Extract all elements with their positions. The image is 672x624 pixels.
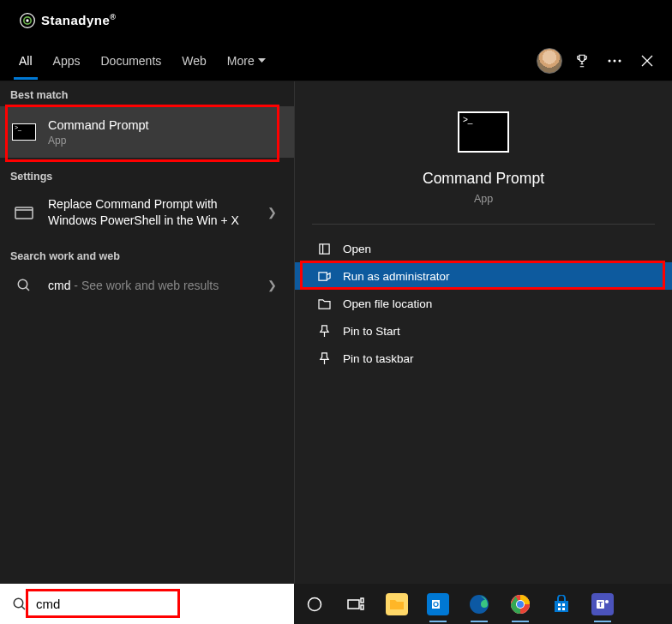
detail-header: Command Prompt App xyxy=(312,81,655,225)
tab-more[interactable]: More xyxy=(217,43,276,79)
tab-web[interactable]: Web xyxy=(171,43,217,79)
settings-label: Settings xyxy=(0,163,294,188)
open-icon xyxy=(317,242,331,255)
action-label: Open xyxy=(343,243,371,255)
svg-point-2 xyxy=(26,19,28,21)
settings-icon xyxy=(12,203,36,222)
chevron-down-icon xyxy=(258,58,266,63)
results-list: Best match Command Prompt App Settings R… xyxy=(0,81,294,584)
result-title: Command Prompt xyxy=(48,117,282,134)
svg-rect-25 xyxy=(558,608,561,610)
brand-name: Stanadyne® xyxy=(41,13,117,27)
action-open-file-location[interactable]: Open file location xyxy=(295,290,672,317)
action-label: Pin to taskbar xyxy=(343,352,414,365)
svg-rect-13 xyxy=(361,598,363,603)
pin-icon xyxy=(317,351,331,365)
task-view-icon xyxy=(347,597,364,611)
action-pin-to-taskbar[interactable]: Pin to taskbar xyxy=(295,345,672,372)
search-input[interactable] xyxy=(36,597,282,611)
search-icon xyxy=(12,276,36,295)
svg-point-29 xyxy=(605,600,609,603)
svg-text:O: O xyxy=(433,600,439,609)
svg-rect-6 xyxy=(15,207,33,219)
options-button[interactable] xyxy=(598,40,631,81)
taskbar-store[interactable] xyxy=(541,584,582,624)
action-pin-to-start[interactable]: Pin to Start xyxy=(295,317,672,345)
action-label: Pin to Start xyxy=(343,325,400,338)
settings-result-title: Replace Command Prompt with Windows Powe… xyxy=(48,196,255,229)
svg-point-5 xyxy=(619,59,621,62)
store-icon xyxy=(550,593,573,615)
svg-text:T: T xyxy=(598,600,603,609)
taskbar: O T xyxy=(294,584,672,624)
chrome-icon xyxy=(509,593,531,615)
svg-point-3 xyxy=(609,59,611,62)
teams-icon: T xyxy=(591,593,614,615)
detail-subtitle: App xyxy=(329,193,638,205)
taskbar-chrome[interactable] xyxy=(500,584,541,624)
svg-rect-8 xyxy=(319,243,328,253)
web-result-prefix: cmd xyxy=(48,279,70,292)
result-detail-panel: Command Prompt App Open Run as administr… xyxy=(294,81,672,584)
detail-title: Command Prompt xyxy=(329,170,638,188)
taskbar-file-explorer[interactable] xyxy=(376,584,417,624)
settings-result[interactable]: Replace Command Prompt with Windows Powe… xyxy=(0,188,294,237)
folder-icon xyxy=(317,297,331,310)
best-match-label: Best match xyxy=(0,81,294,106)
brand-logo: Stanadyne® xyxy=(19,12,117,29)
svg-point-7 xyxy=(18,279,27,289)
svg-point-11 xyxy=(309,597,321,610)
action-label: Open file location xyxy=(343,297,432,310)
svg-point-10 xyxy=(14,598,23,608)
tab-documents[interactable]: Documents xyxy=(90,43,171,79)
pin-icon xyxy=(317,324,331,338)
chevron-right-icon: ❯ xyxy=(267,279,277,291)
search-icon xyxy=(12,597,27,612)
action-run-as-administrator[interactable]: Run as administrator xyxy=(295,262,672,290)
result-subtitle: App xyxy=(48,135,282,147)
taskbar-edge[interactable] xyxy=(459,584,500,624)
avatar-icon xyxy=(537,48,562,74)
search-box[interactable] xyxy=(0,584,294,624)
outlook-icon: O xyxy=(427,593,449,615)
svg-rect-24 xyxy=(562,603,565,606)
svg-rect-23 xyxy=(558,603,561,606)
action-label: Run as administrator xyxy=(343,270,450,283)
brand-bar: Stanadyne® xyxy=(0,0,672,40)
tab-all[interactable]: All xyxy=(9,43,43,79)
svg-rect-26 xyxy=(562,608,565,610)
task-view-button[interactable] xyxy=(335,584,376,624)
detail-actions: Open Run as administrator Open file loca… xyxy=(295,225,672,382)
chevron-right-icon: ❯ xyxy=(267,206,277,219)
cortana-button[interactable] xyxy=(294,584,335,624)
trophy-icon xyxy=(574,53,590,69)
best-match-result[interactable]: Command Prompt App xyxy=(0,106,294,158)
edge-icon xyxy=(468,593,490,615)
search-results-panel: Best match Command Prompt App Settings R… xyxy=(0,81,672,584)
taskbar-outlook[interactable]: O xyxy=(417,584,459,624)
rewards-button[interactable] xyxy=(566,40,598,81)
user-avatar[interactable] xyxy=(533,40,566,81)
brand-icon xyxy=(19,12,36,29)
search-scope-tabs: All Apps Documents Web More xyxy=(0,40,672,81)
taskbar-teams[interactable]: T xyxy=(582,584,623,624)
command-prompt-icon-large xyxy=(458,111,509,153)
svg-point-21 xyxy=(517,601,524,608)
svg-rect-12 xyxy=(348,600,359,609)
tab-apps[interactable]: Apps xyxy=(43,43,91,79)
web-result-suffix: - See work and web results xyxy=(70,279,219,292)
web-label: Search work and web xyxy=(0,243,294,267)
svg-rect-9 xyxy=(318,272,326,279)
web-result[interactable]: cmd - See work and web results ❯ xyxy=(0,267,294,303)
ellipsis-icon xyxy=(608,59,621,63)
circle-icon xyxy=(306,596,323,613)
svg-point-4 xyxy=(614,59,616,62)
command-prompt-icon xyxy=(12,123,36,141)
close-icon xyxy=(641,55,653,67)
shield-icon xyxy=(317,269,331,283)
action-open[interactable]: Open xyxy=(295,235,672,262)
svg-rect-14 xyxy=(361,605,363,609)
close-button[interactable] xyxy=(631,40,663,81)
svg-rect-22 xyxy=(555,601,568,612)
folder-icon xyxy=(386,593,408,615)
